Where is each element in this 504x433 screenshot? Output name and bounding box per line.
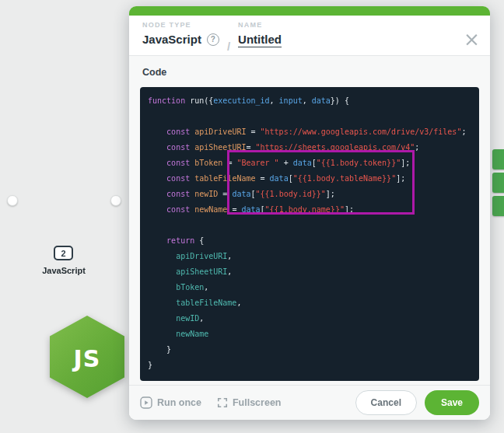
node-input-port[interactable] (7, 195, 18, 206)
nodejs-icon[interactable]: JS (50, 316, 124, 398)
fullscreen-icon (217, 397, 228, 408)
canvas-controls (492, 149, 504, 216)
workflow-canvas: JS 2 JavaScript Node type JavaScript ? /… (0, 0, 504, 433)
node-label: JavaScript (9, 266, 118, 275)
node-editor-modal: Node type JavaScript ? / Name Untitled ×… (129, 6, 490, 420)
run-once-button[interactable]: Run once (140, 396, 201, 409)
code-lines: function run({execution_id, input, data}… (148, 93, 471, 373)
modal-accent-bar (129, 6, 490, 16)
modal-body: Code function run({execution_id, input, … (129, 56, 490, 385)
fullscreen-button[interactable]: Fullscreen (217, 397, 282, 408)
header-separator: / (227, 40, 230, 53)
help-icon[interactable]: ? (207, 33, 219, 46)
node-name-input[interactable]: Untitled (238, 33, 282, 47)
node-type-value: JavaScript (142, 33, 201, 46)
node-order-badge: 2 (54, 246, 73, 260)
close-icon[interactable]: × (464, 30, 480, 49)
canvas-control-button[interactable] (492, 173, 504, 193)
node-type-label: Node type (142, 21, 219, 29)
cancel-button[interactable]: Cancel (355, 390, 417, 415)
save-button[interactable]: Save (425, 390, 479, 415)
nodejs-icon-text: JS (74, 345, 101, 372)
play-circle-icon (140, 396, 152, 409)
code-editor[interactable]: function run({execution_id, input, data}… (140, 87, 479, 381)
name-label: Name (238, 21, 282, 29)
canvas-control-button[interactable] (492, 149, 504, 169)
node-output-port[interactable] (110, 195, 121, 206)
code-section-label: Code (142, 67, 479, 78)
modal-header: Node type JavaScript ? / Name Untitled × (129, 16, 490, 56)
modal-footer: Run once Fullscreen Cancel Save (129, 385, 490, 420)
canvas-control-button[interactable] (492, 196, 504, 216)
javascript-node[interactable]: JS (23, 156, 104, 245)
